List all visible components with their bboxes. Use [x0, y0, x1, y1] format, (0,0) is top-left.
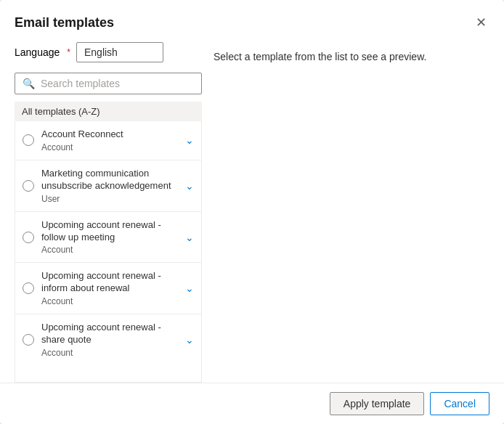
template-info: Upcoming account renewal - inform about …	[41, 270, 178, 306]
chevron-down-icon: ⌄	[185, 180, 194, 192]
templates-list: Account Reconnect Account ⌄ Marketing co…	[15, 121, 202, 383]
template-category: Account	[41, 142, 178, 152]
dialog-title: Email templates	[15, 15, 114, 30]
apply-template-button[interactable]: Apply template	[330, 392, 425, 415]
required-indicator: *	[67, 47, 70, 57]
template-item[interactable]: Upcoming account renewal - inform about …	[15, 263, 201, 314]
template-name: Upcoming account renewal - inform about …	[41, 270, 178, 295]
chevron-down-icon: ⌄	[185, 282, 194, 294]
section-header: All templates (A-Z)	[15, 102, 202, 121]
template-name: Upcoming account renewal - follow up mee…	[41, 219, 178, 244]
search-icon: 🔍	[23, 78, 35, 89]
close-icon: ✕	[476, 15, 487, 30]
template-item[interactable]: Marketing communication unsubscribe ackn…	[15, 160, 201, 212]
dialog-footer: Apply template Cancel	[0, 383, 504, 424]
template-name: Account Reconnect	[41, 129, 178, 141]
radio-account-reconnect[interactable]	[23, 134, 34, 146]
dialog-header: Email templates ✕	[0, 0, 504, 42]
language-dropdown[interactable]: English	[76, 42, 163, 62]
template-category: Account	[41, 245, 178, 255]
template-item[interactable]: Upcoming account renewal - share quote A…	[15, 314, 201, 365]
dialog-body: Language * English 🔍 All templates (A-Z)	[0, 42, 504, 383]
language-row: Language * English	[15, 42, 202, 62]
search-container: 🔍	[15, 73, 202, 94]
template-info: Marketing communication unsubscribe ackn…	[41, 168, 178, 204]
template-category: Account	[41, 296, 178, 306]
templates-section: All templates (A-Z) Account Reconnect Ac…	[15, 102, 202, 383]
template-info: Account Reconnect Account	[41, 129, 178, 152]
chevron-down-icon: ⌄	[185, 334, 194, 346]
right-panel: Select a template from the list to see a…	[214, 42, 489, 383]
template-info: Upcoming account renewal - follow up mee…	[41, 219, 178, 256]
chevron-down-icon: ⌄	[185, 232, 194, 243]
template-category: Account	[41, 348, 178, 358]
template-name: Marketing communication unsubscribe ackn…	[41, 168, 178, 192]
left-panel: Language * English 🔍 All templates (A-Z)	[15, 42, 202, 383]
email-templates-dialog: Email templates ✕ Language * English 🔍	[0, 0, 504, 424]
radio-marketing-communication[interactable]	[23, 180, 34, 192]
language-label: Language	[15, 46, 60, 58]
template-category: User	[41, 194, 178, 204]
template-item[interactable]: Account Reconnect Account ⌄	[15, 121, 201, 160]
chevron-down-icon: ⌄	[185, 134, 194, 146]
template-info: Upcoming account renewal - share quote A…	[41, 322, 178, 358]
template-item[interactable]: Upcoming account renewal - follow up mee…	[15, 212, 201, 264]
search-input[interactable]	[41, 78, 194, 89]
preview-placeholder: Select a template from the list to see a…	[214, 51, 489, 62]
radio-renewal-followup[interactable]	[23, 232, 34, 243]
template-name: Upcoming account renewal - share quote	[41, 322, 178, 346]
radio-renewal-inform[interactable]	[23, 282, 34, 294]
cancel-button[interactable]: Cancel	[430, 392, 489, 415]
close-button[interactable]: ✕	[473, 12, 489, 33]
radio-renewal-quote[interactable]	[23, 334, 34, 346]
